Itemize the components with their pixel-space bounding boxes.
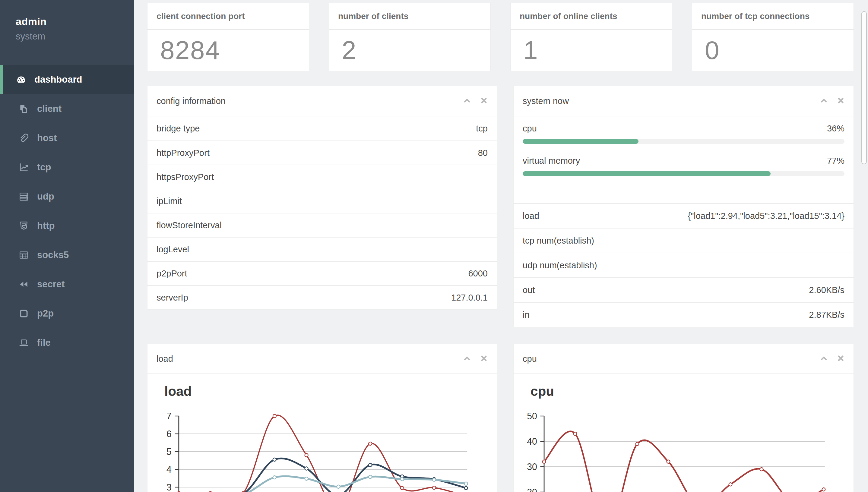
stat-title: number of tcp connections — [692, 3, 853, 30]
panel-header: load — [147, 344, 497, 374]
sidebar-item-label: dashboard — [34, 74, 82, 85]
stats-row: client connection port 8284 number of cl… — [147, 3, 854, 71]
sidebar-item-secret[interactable]: secret — [0, 270, 134, 299]
close-button[interactable] — [836, 96, 845, 105]
config-row: httpsProxyPort — [147, 165, 497, 189]
svg-text:7: 7 — [167, 411, 172, 421]
virtual-memory-gauge: virtual memory 77% — [523, 156, 844, 176]
sidebar-item-p2p[interactable]: p2p — [0, 299, 134, 328]
collapse-button[interactable] — [462, 96, 472, 105]
config-row: flowStoreInterval — [147, 213, 497, 237]
panel-header: cpu — [514, 344, 853, 374]
progress-track — [523, 171, 844, 176]
scrollbar-thumb[interactable] — [861, 11, 867, 164]
svg-text:20: 20 — [527, 487, 537, 492]
row-value: 2.87KB/s — [809, 310, 844, 320]
sidebar-item-label: p2p — [37, 308, 54, 319]
row-value: tcp — [476, 124, 488, 133]
row-value: 80 — [478, 148, 488, 158]
svg-text:6: 6 — [167, 429, 172, 439]
svg-text:30: 30 — [527, 462, 537, 472]
sidebar-item-dashboard[interactable]: dashboard — [0, 65, 134, 94]
system-rows: load{"load1":2.94,"load5":3.21,"load15":… — [514, 203, 853, 327]
close-button[interactable] — [479, 96, 488, 105]
sidebar-item-file[interactable]: file — [0, 328, 134, 357]
panel-title: cpu — [523, 354, 537, 364]
progress-fill — [523, 171, 771, 176]
sidebar-item-http[interactable]: http — [0, 211, 134, 240]
panel-title: load — [156, 354, 173, 364]
sidebar-item-socks5[interactable]: socks5 — [0, 240, 134, 270]
config-row: p2pPort6000 — [147, 261, 497, 285]
config-row: httpProxyPort80 — [147, 141, 497, 165]
cpu-gauge: cpu 36% — [523, 124, 844, 144]
row-value: 127.0.0.1 — [451, 293, 488, 303]
chevron-up-icon — [463, 354, 471, 363]
stat-value: 8284 — [147, 30, 309, 70]
stat-title: number of online clients — [511, 3, 672, 30]
config-information-panel: config information bridge typetcp httpPr… — [147, 86, 497, 310]
svg-text:3: 3 — [167, 482, 172, 492]
row-label: httpsProxyPort — [156, 172, 214, 182]
row-label: out — [523, 285, 535, 295]
config-row: ipLimit — [147, 189, 497, 213]
progress-fill — [523, 139, 638, 144]
chart-title: cpu — [531, 384, 853, 398]
row-label: tcp num(establish) — [523, 236, 594, 246]
sidebar-item-udp[interactable]: udp — [0, 182, 134, 211]
paperclip-icon — [18, 133, 29, 144]
sidebar-item-label: http — [37, 220, 55, 231]
sidebar-item-label: host — [37, 133, 57, 144]
dashboard-icon — [16, 74, 27, 85]
close-button[interactable] — [479, 354, 488, 363]
system-gauges: cpu 36% virtual memory 77% — [514, 116, 853, 203]
row-label: httpProxyPort — [156, 148, 210, 158]
table-icon — [18, 250, 29, 261]
progress-track — [523, 139, 844, 144]
config-rows: bridge typetcp httpProxyPort80 httpsProx… — [147, 116, 497, 309]
sidebar-item-label: file — [37, 337, 51, 348]
collapse-button[interactable] — [462, 354, 472, 363]
row-label: in — [523, 310, 530, 320]
system-row: load{"load1":2.94,"load5":3.21,"load15":… — [514, 203, 853, 228]
row-label: p2pPort — [156, 269, 187, 278]
svg-text:40: 40 — [527, 436, 537, 446]
panel-title: config information — [156, 96, 225, 106]
main-content: client connection port 8284 number of cl… — [134, 0, 868, 492]
stat-value: 1 — [511, 30, 672, 70]
row-value: {"load1":2.94,"load5":3.21,"load15":3.14… — [688, 211, 844, 221]
svg-text:4: 4 — [167, 464, 172, 475]
gauge-percent: 36% — [827, 124, 844, 133]
system-row: udp num(establish) — [514, 253, 853, 277]
load-line-chart: 76543 — [147, 408, 497, 492]
sidebar-item-client[interactable]: client — [0, 94, 134, 123]
config-row: bridge typetcp — [147, 116, 497, 141]
close-icon — [480, 96, 488, 105]
gauge-percent: 77% — [827, 156, 844, 166]
user-block: admin system — [0, 0, 134, 65]
collapse-button[interactable] — [819, 96, 828, 105]
collapse-button[interactable] — [819, 354, 828, 363]
row-label: load — [523, 211, 539, 221]
config-row: serverIp127.0.0.1 — [147, 285, 497, 309]
html5-shield-icon — [18, 220, 29, 231]
chevron-up-icon — [820, 354, 828, 363]
server-icon — [18, 191, 29, 202]
panels-row: config information bridge typetcp httpPr… — [147, 86, 854, 327]
close-icon — [837, 354, 845, 363]
stat-card-number-of-clients: number of clients 2 — [329, 3, 491, 71]
row-label: flowStoreInterval — [156, 220, 222, 230]
backward-icon — [18, 279, 29, 290]
sidebar-item-tcp[interactable]: tcp — [0, 152, 134, 182]
close-button[interactable] — [836, 354, 845, 363]
container-icon — [18, 308, 29, 319]
stat-card-client-connection-port: client connection port 8284 — [147, 3, 309, 71]
stat-card-number-of-online-clients: number of online clients 1 — [510, 3, 672, 71]
row-label: bridge type — [156, 124, 200, 133]
row-label: serverIp — [156, 293, 188, 303]
chevron-up-icon — [820, 96, 828, 105]
user-name: admin — [16, 16, 134, 27]
laptop-icon — [18, 337, 29, 348]
sidebar-nav: dashboard client host tcp udp — [0, 65, 134, 357]
sidebar-item-host[interactable]: host — [0, 123, 134, 152]
